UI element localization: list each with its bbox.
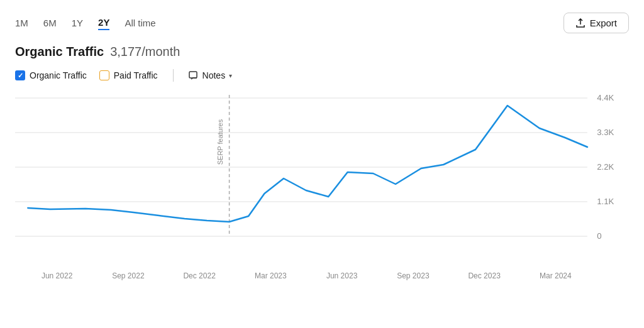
paid-checkbox[interactable] [99, 70, 109, 80]
notes-icon [189, 71, 199, 80]
organic-label: Organic Traffic [30, 70, 87, 80]
svg-text:SERP features: SERP features [216, 119, 224, 165]
time-range-options: 1M 6M 1Y 2Y All time [15, 16, 156, 30]
time-btn-alltime[interactable]: All time [125, 16, 155, 30]
svg-text:0: 0 [597, 231, 601, 241]
x-label-sep2022: Sep 2022 [92, 271, 164, 280]
svg-text:1.1K: 1.1K [597, 197, 614, 206]
x-label-dec2023: Dec 2023 [449, 271, 520, 280]
legend-divider [173, 69, 174, 82]
legend-paid[interactable]: Paid Traffic [99, 70, 158, 80]
x-label-dec2022: Dec 2022 [164, 271, 235, 280]
time-btn-6m[interactable]: 6M [43, 16, 57, 30]
x-label-mar2023: Mar 2023 [235, 271, 306, 280]
time-btn-1m[interactable]: 1M [15, 16, 28, 30]
export-label: Export [590, 18, 617, 28]
metric-value: 3,177/month [110, 45, 180, 59]
notes-button[interactable]: Notes ▾ [189, 70, 233, 80]
time-btn-2y[interactable]: 2Y [98, 16, 109, 30]
svg-text:4.4K: 4.4K [597, 93, 614, 102]
x-label-sep2023: Sep 2023 [377, 271, 448, 280]
export-icon [575, 18, 586, 28]
svg-rect-0 [189, 72, 197, 78]
legend-organic[interactable]: Organic Traffic [15, 70, 87, 80]
metric-title: Organic Traffic [15, 45, 104, 59]
chart-svg: 4.4K 3.3K 2.2K 1.1K 0 SERP features [15, 92, 629, 268]
svg-text:3.3K: 3.3K [597, 128, 614, 137]
time-range-bar: 1M 6M 1Y 2Y All time Export [15, 13, 629, 33]
organic-checkbox[interactable] [15, 70, 25, 80]
chart-container: 4.4K 3.3K 2.2K 1.1K 0 SERP features [15, 92, 629, 268]
metric-heading: Organic Traffic 3,177/month [15, 45, 629, 59]
x-label-jun2023: Jun 2023 [306, 271, 377, 280]
svg-text:2.2K: 2.2K [597, 162, 614, 172]
time-btn-1y[interactable]: 1Y [72, 16, 83, 30]
x-label-jun2022: Jun 2022 [21, 271, 92, 280]
x-label-mar2024: Mar 2024 [520, 271, 591, 280]
notes-label: Notes [203, 70, 226, 80]
x-axis-labels: Jun 2022 Sep 2022 Dec 2022 Mar 2023 Jun … [15, 268, 629, 280]
legend-bar: Organic Traffic Paid Traffic Notes ▾ [15, 69, 629, 82]
paid-label: Paid Traffic [114, 70, 158, 80]
chevron-down-icon: ▾ [229, 72, 232, 79]
export-button[interactable]: Export [564, 13, 629, 33]
